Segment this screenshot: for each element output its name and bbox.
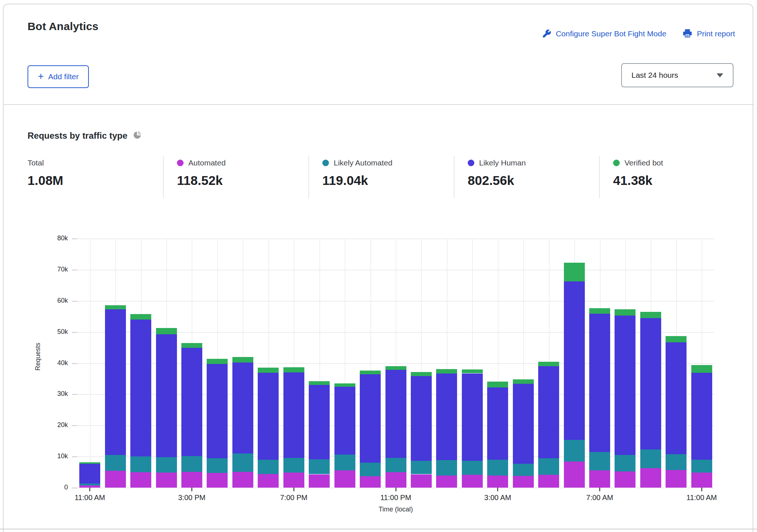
bar-segment (334, 455, 355, 470)
h-gridline (77, 301, 714, 302)
bar-segment (589, 470, 610, 488)
bar-segment (462, 475, 483, 488)
y-axis-tick (72, 332, 77, 333)
x-axis-tick (701, 488, 702, 491)
bar-segment (538, 458, 559, 475)
y-axis-title: Requests (34, 327, 43, 386)
bot-analytics-page: Bot Analytics Configure Super Bot Fight … (0, 0, 757, 532)
bar-segment (666, 336, 687, 342)
bar-segment (640, 312, 661, 318)
bar-segment (640, 318, 661, 449)
bar-segment (283, 372, 304, 458)
bar-segment (411, 461, 432, 474)
bar-segment (436, 460, 457, 475)
bar-segment (232, 357, 253, 362)
bar-segment (130, 472, 151, 488)
bar-segment (334, 470, 355, 488)
bar-segment (589, 452, 610, 470)
bar-segment (79, 462, 100, 463)
bar-segment (181, 343, 202, 348)
bar-segment (640, 449, 661, 468)
bar-segment (564, 440, 585, 462)
bar-segment (360, 463, 381, 476)
y-axis-label: 60k (42, 297, 68, 305)
y-axis-label: 70k (42, 266, 68, 273)
bar-segment (283, 458, 304, 473)
bar-segment (462, 369, 483, 373)
bar-segment (564, 263, 585, 281)
bar-segment (207, 458, 228, 473)
y-axis-label: 0 (42, 484, 68, 491)
bar-segment (258, 460, 279, 474)
bar-segment (436, 374, 457, 460)
bar-segment (156, 473, 177, 488)
bar-segment (436, 369, 457, 373)
bar-segment (232, 472, 253, 488)
bar-segment (513, 384, 534, 464)
x-axis-label: 11:00 AM (676, 493, 727, 502)
bar-segment (156, 328, 177, 334)
bar-segment (691, 473, 712, 488)
bar-segment (181, 348, 202, 456)
y-axis-tick (72, 301, 77, 302)
bar-segment (258, 373, 279, 460)
bar-segment (334, 383, 355, 387)
bar-segment (462, 374, 483, 461)
bar-segment (691, 460, 712, 473)
y-axis-label: 40k (42, 359, 68, 367)
y-axis-label: 50k (42, 328, 68, 336)
bar-segment (385, 458, 406, 473)
y-axis-tick (72, 456, 77, 457)
bar-segment (615, 455, 635, 471)
bar-segment (309, 474, 330, 488)
bar-segment (615, 309, 635, 316)
bar-segment (589, 308, 610, 313)
x-axis-label: 7:00 AM (574, 493, 626, 502)
bar-segment (538, 366, 559, 458)
bar-segment (385, 472, 406, 488)
bar-segment (487, 475, 508, 488)
bar-segment (130, 314, 151, 319)
x-axis-label: 7:00 PM (268, 493, 319, 502)
bar-segment (436, 475, 457, 488)
x-axis-tick (395, 488, 396, 491)
bar-segment (385, 366, 406, 370)
y-axis-tick (72, 488, 77, 488)
bar-segment (79, 464, 100, 484)
y-axis-tick (72, 363, 77, 364)
bar-segment (538, 475, 559, 488)
bar-segment (258, 474, 279, 488)
bar-segment (232, 362, 253, 453)
bar-segment (487, 387, 508, 460)
bar-segment (130, 456, 151, 472)
bar-segment (79, 484, 100, 485)
x-axis-label: 11:00 PM (370, 493, 421, 502)
h-gridline (77, 238, 714, 239)
bar-segment (666, 470, 687, 488)
bar-segment (309, 385, 330, 459)
bar-segment (691, 373, 712, 460)
y-axis-label: 10k (42, 452, 68, 460)
bar-segment (360, 476, 381, 488)
bar-segment (334, 387, 355, 455)
y-axis-tick (72, 238, 77, 239)
bar-segment (385, 370, 406, 458)
bar-segment (513, 379, 534, 384)
bar-segment (105, 471, 126, 488)
bar-segment (156, 334, 177, 457)
bar-segment (411, 474, 432, 488)
x-axis-tick (293, 488, 294, 491)
bar-segment (207, 473, 228, 488)
bar-segment (411, 372, 432, 376)
bar-segment (513, 476, 534, 488)
bar-segment (283, 473, 304, 488)
bar-segment (589, 314, 610, 452)
bar-segment (105, 309, 126, 455)
bar-segment (640, 468, 661, 488)
requests-by-traffic-type-chart: Requests Time (local) 010k20k30k40k50k60… (0, 0, 757, 532)
x-axis-tick (599, 488, 600, 491)
section-bottom-divider (0, 529, 757, 529)
y-axis-label: 80k (42, 234, 68, 242)
bar-segment (105, 455, 126, 471)
x-axis-tick (497, 488, 498, 491)
